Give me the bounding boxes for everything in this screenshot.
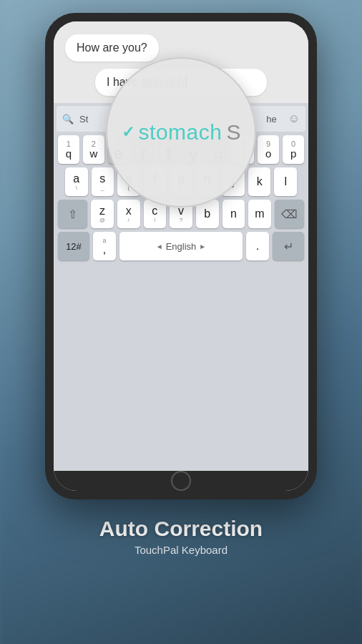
language-display: ◄ English ► (156, 241, 206, 252)
bubble-text: How are you? (77, 42, 147, 54)
check-icon: ✓ (122, 123, 134, 142)
numpad-key[interactable]: 12# (58, 232, 89, 260)
enter-icon: ↵ (284, 240, 293, 253)
key-q[interactable]: 1 q (58, 135, 79, 164)
delete-key[interactable]: ⌫ (275, 200, 304, 228)
key-comma[interactable]: a , (93, 232, 116, 260)
magnifier-circle: ✓ stomach S (106, 57, 256, 208)
shift-key[interactable]: ⇧ (58, 200, 87, 228)
phone-screen: How are you? I have stomach ✓ stomach S (54, 21, 308, 491)
app-title-area: Auto Correction TouchPal Keyboard (99, 517, 263, 556)
suggestion-he[interactable]: he (266, 114, 276, 125)
home-button[interactable] (171, 471, 191, 491)
app-title: Auto Correction (99, 517, 263, 541)
app-subtitle: TouchPal Keyboard (99, 544, 263, 556)
bottom-bar (54, 471, 308, 491)
key-a[interactable]: a \ (65, 167, 88, 196)
magnifier-word: stomach (139, 120, 222, 145)
lang-arrow-right: ► (199, 243, 206, 250)
chat-area: How are you? I have stomach ✓ stomach S (54, 21, 308, 103)
key-period[interactable]: . (246, 232, 269, 260)
magnifier-extra: S (226, 120, 240, 145)
magnifier-content: ✓ stomach S (122, 120, 241, 145)
lang-arrow-left: ◄ (156, 243, 163, 250)
enter-key[interactable]: ↵ (273, 232, 304, 260)
chat-bubble: How are you? (65, 34, 159, 62)
spacebar[interactable]: ◄ English ► (119, 232, 243, 260)
search-icon: 🔍 (62, 114, 74, 125)
key-x[interactable]: x / (117, 200, 140, 228)
key-w[interactable]: 2 w (83, 135, 104, 164)
key-row-bottom: 12# a , ◄ English ► (58, 232, 304, 260)
key-l[interactable]: l (274, 167, 297, 196)
numpad-label: 12# (66, 242, 82, 251)
language-label: English (166, 241, 197, 252)
phone-frame: How are you? I have stomach ✓ stomach S (45, 13, 317, 499)
key-k[interactable]: k (248, 167, 271, 196)
key-p[interactable]: 0 p (283, 135, 304, 164)
key-o[interactable]: 9 o (258, 135, 279, 164)
key-m[interactable]: m (248, 200, 271, 228)
delete-icon: ⌫ (281, 208, 298, 221)
key-s[interactable]: s _ (92, 167, 114, 196)
shift-icon: ⇧ (68, 208, 77, 221)
key-z[interactable]: z @ (91, 200, 114, 228)
key-n[interactable]: n (222, 200, 245, 228)
emoji-icon[interactable]: ☺ (288, 112, 300, 125)
